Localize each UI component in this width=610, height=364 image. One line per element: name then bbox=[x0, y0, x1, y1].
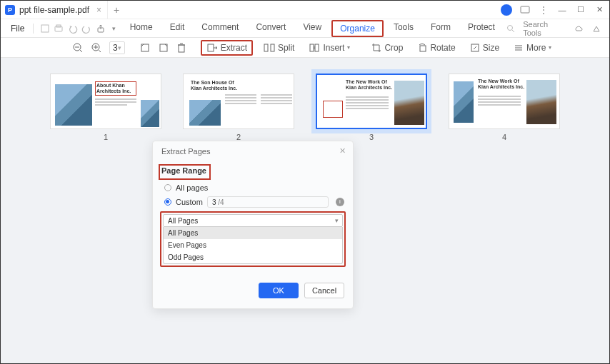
share-dropdown-icon[interactable]: ▾ bbox=[109, 23, 119, 34]
crop-icon bbox=[371, 43, 381, 53]
option-even-pages-item[interactable]: Even Pages bbox=[164, 239, 342, 251]
svg-rect-0 bbox=[521, 6, 529, 13]
page-number-1: 1 bbox=[104, 133, 108, 141]
menu-tools[interactable]: Tools bbox=[386, 20, 421, 37]
svg-rect-14 bbox=[310, 44, 314, 51]
menu-edit[interactable]: Edit bbox=[163, 20, 192, 37]
rotate-left-icon[interactable] bbox=[139, 42, 151, 54]
undo-icon[interactable] bbox=[67, 23, 78, 34]
app-icon: P bbox=[5, 5, 15, 15]
option-custom[interactable]: Custom 3 /4 i bbox=[161, 194, 344, 210]
svg-rect-16 bbox=[420, 46, 426, 51]
extract-button[interactable]: Extract bbox=[201, 40, 253, 56]
page-thumb-4[interactable]: The New Work Of Kian Architects Inc. 4 bbox=[449, 74, 560, 363]
svg-rect-13 bbox=[271, 44, 274, 51]
radio-icon bbox=[164, 184, 171, 191]
new-tab-button[interactable]: + bbox=[108, 4, 125, 16]
redo-icon[interactable] bbox=[81, 23, 91, 34]
extract-pages-dialog: Extract Pages ✕ Page Range All pages Cus… bbox=[152, 141, 354, 309]
svg-point-5 bbox=[507, 25, 512, 30]
user-avatar[interactable] bbox=[501, 4, 512, 16]
rotate-button[interactable]: Rotate bbox=[414, 41, 459, 54]
dialog-title: Extract Pages bbox=[161, 147, 210, 156]
menu-convert[interactable]: Convert bbox=[249, 20, 293, 37]
svg-rect-15 bbox=[315, 44, 319, 51]
zoom-out-icon[interactable] bbox=[72, 42, 84, 54]
maximize-button[interactable]: ☐ bbox=[575, 5, 586, 15]
share-icon[interactable] bbox=[95, 23, 106, 34]
ok-button[interactable]: OK bbox=[259, 283, 299, 298]
close-button[interactable]: ✕ bbox=[594, 5, 605, 15]
page-number-input[interactable]: 3▾ bbox=[109, 41, 125, 54]
cancel-button[interactable]: Cancel bbox=[304, 283, 344, 298]
menu-view[interactable]: View bbox=[296, 20, 329, 37]
more-icon bbox=[514, 44, 524, 52]
menu-organize[interactable]: Organize bbox=[331, 20, 384, 37]
home-toggle-icon[interactable] bbox=[591, 23, 602, 34]
save-icon[interactable] bbox=[39, 23, 50, 34]
titlebar: P ppt file-sample.pdf × + ⋮ — ☐ ✕ bbox=[1, 1, 609, 19]
rotate-tool-icon bbox=[417, 43, 427, 53]
page-number-4: 4 bbox=[502, 133, 506, 141]
more-button[interactable]: More▾ bbox=[510, 41, 555, 54]
info-icon[interactable]: i bbox=[336, 198, 344, 206]
close-tab-icon[interactable]: × bbox=[96, 5, 101, 15]
search-icon[interactable] bbox=[505, 23, 516, 34]
custom-range-input[interactable]: 3 /4 bbox=[207, 196, 329, 208]
tab-title: ppt file-sample.pdf bbox=[19, 5, 89, 15]
toolbar: 3▾ Extract Split Insert▾ Crop Rotate Siz… bbox=[1, 38, 609, 58]
menu-comment[interactable]: Comment bbox=[194, 20, 246, 37]
page-filter-select[interactable]: All Pages bbox=[163, 214, 343, 227]
radio-icon bbox=[164, 198, 171, 206]
menubar: File ▾ Home Edit Comment Convert View Or… bbox=[1, 19, 609, 38]
menu-home[interactable]: Home bbox=[123, 20, 160, 37]
rotate-right-icon[interactable] bbox=[158, 42, 169, 54]
message-icon[interactable] bbox=[519, 4, 531, 16]
cloud-icon[interactable] bbox=[574, 23, 584, 34]
page-filter-options: All Pages Even Pages Odd Pages bbox=[163, 227, 343, 264]
svg-rect-12 bbox=[264, 44, 268, 51]
svg-rect-1 bbox=[41, 25, 49, 32]
option-all-pages[interactable]: All pages bbox=[161, 181, 344, 194]
option-odd-pages-item[interactable]: Odd Pages bbox=[164, 251, 342, 263]
page-range-label: Page Range bbox=[161, 166, 206, 175]
split-icon bbox=[264, 43, 275, 53]
document-tab[interactable]: P ppt file-sample.pdf × bbox=[1, 1, 108, 19]
search-tools-label[interactable]: Search Tools bbox=[523, 20, 566, 37]
insert-button[interactable]: Insert▾ bbox=[305, 41, 354, 54]
extract-icon bbox=[206, 43, 218, 53]
dialog-close-icon[interactable]: ✕ bbox=[339, 146, 346, 156]
option-all-pages-item[interactable]: All Pages bbox=[164, 227, 342, 239]
size-icon bbox=[470, 43, 480, 53]
svg-rect-11 bbox=[208, 44, 214, 51]
zoom-in-icon[interactable] bbox=[91, 42, 102, 54]
delete-icon[interactable] bbox=[176, 42, 186, 54]
svg-rect-10 bbox=[179, 45, 184, 52]
print-icon[interactable] bbox=[54, 23, 64, 34]
minimize-button[interactable]: — bbox=[556, 5, 568, 15]
crop-button[interactable]: Crop bbox=[368, 41, 406, 54]
kebab-icon[interactable]: ⋮ bbox=[538, 4, 549, 16]
menu-file[interactable]: File bbox=[8, 24, 27, 34]
insert-icon bbox=[309, 43, 320, 53]
split-button[interactable]: Split bbox=[260, 41, 298, 54]
page-thumb-1[interactable]: About Khan Architects Inc. 1 bbox=[50, 74, 161, 363]
page-number-3: 3 bbox=[369, 133, 374, 141]
menu-protect[interactable]: Protect bbox=[461, 20, 502, 37]
size-button[interactable]: Size bbox=[466, 41, 503, 54]
menu-form[interactable]: Form bbox=[424, 20, 458, 37]
